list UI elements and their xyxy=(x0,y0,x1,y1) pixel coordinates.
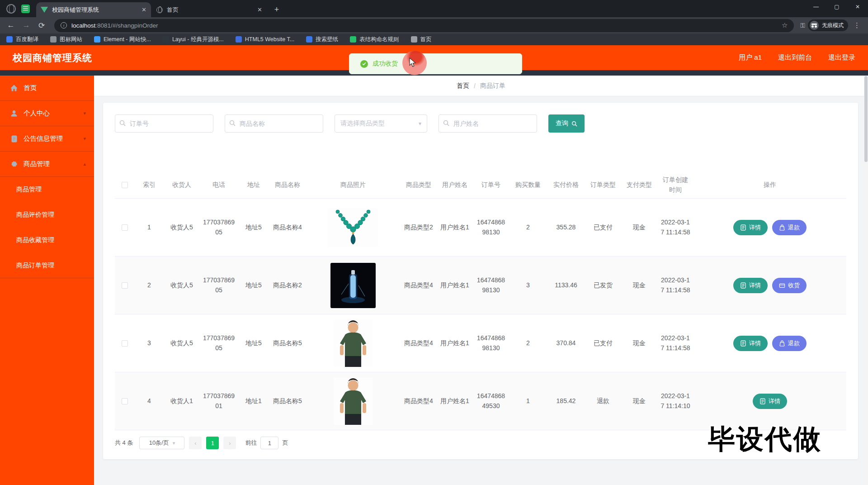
chevron-down-icon: ▾ xyxy=(419,120,421,127)
address-bar[interactable]: i localhost:8081/#/shangpinOrder ☆ xyxy=(54,19,794,32)
new-tab-button[interactable]: + xyxy=(270,3,283,16)
bookmark-label: 搜索壁纸 xyxy=(316,36,338,43)
bookmark-item[interactable]: Layui - 经典开源模... xyxy=(163,36,224,43)
bookmark-label: 首页 xyxy=(420,36,432,43)
tab-shop-admin[interactable]: 校园商铺管理系统 ✕ xyxy=(36,2,151,17)
tab-title: 校园商铺管理系统 xyxy=(52,6,137,14)
bookmark-item[interactable]: HTML5 Website T... xyxy=(236,36,294,43)
bookmark-label: Element - 网站快... xyxy=(104,36,151,43)
bookmark-label: 百度翻译 xyxy=(16,36,38,43)
user-name-field[interactable] xyxy=(439,114,537,133)
sidebar-subitem-product-favorite-management[interactable]: 商品收藏管理 xyxy=(0,228,94,253)
home-favicon xyxy=(411,36,417,43)
info-icon[interactable]: i xyxy=(61,22,67,29)
cell-address: 地址5 xyxy=(238,314,269,372)
row-checkbox[interactable] xyxy=(122,398,128,404)
scrollbar-thumb[interactable] xyxy=(864,76,868,162)
sidebar-subitem-product-management[interactable]: 商品管理 xyxy=(0,177,94,202)
tab-close-icon[interactable]: ✕ xyxy=(142,6,146,13)
prev-page-button[interactable]: ‹ xyxy=(189,437,202,449)
column-header: 订单号 xyxy=(473,171,509,198)
refund-button[interactable]: 退款 xyxy=(772,336,807,351)
product-type-select[interactable]: 请选择商品类型 ▾ xyxy=(335,114,427,133)
card-icon xyxy=(779,282,785,289)
cell-type: 商品类型4 xyxy=(401,314,437,372)
content-card: 请选择商品类型 ▾ 查询 索引收货人电话地址商品名称商品照片商品类型用户姓名订单… xyxy=(103,103,858,459)
page-size-select[interactable]: 10条/页 ▾ xyxy=(139,437,184,449)
bookmark-item[interactable]: 搜索壁纸 xyxy=(306,36,338,43)
detail-button[interactable]: 详情 xyxy=(733,278,768,293)
bookmark-item[interactable]: Element - 网站快... xyxy=(94,36,151,43)
back-icon[interactable]: ← xyxy=(5,19,17,32)
sidebar-item-product-management[interactable]: 商品管理 ▴ xyxy=(0,152,94,177)
scrollbar[interactable] xyxy=(864,76,868,485)
checkbox-cell xyxy=(115,257,135,314)
detail-button[interactable]: 详情 xyxy=(753,394,787,409)
tab-home[interactable]: 首页 ✕ xyxy=(152,2,267,17)
wallpaper-favicon xyxy=(306,36,312,43)
row-checkbox[interactable] xyxy=(122,340,128,347)
receive-button[interactable]: 收货 xyxy=(772,278,807,293)
maximize-button[interactable]: ▢ xyxy=(826,0,847,14)
user-name-input[interactable] xyxy=(439,114,537,133)
bookmark-item[interactable]: 表结构命名规则 xyxy=(350,36,399,43)
cell-consignee: 收货人5 xyxy=(164,314,200,372)
search-button[interactable]: 查询 xyxy=(548,114,585,133)
key-icon[interactable]: ⚿ xyxy=(800,22,805,29)
sidebar-subitem-product-order-management[interactable]: 商品订单管理 xyxy=(0,253,94,278)
next-page-button[interactable]: › xyxy=(223,437,236,449)
browser-menu-icon[interactable]: ⋮ xyxy=(851,21,863,29)
sidebar-item-personal-center[interactable]: 个人中心 ▾ xyxy=(0,101,94,126)
refund-button[interactable]: 退款 xyxy=(772,220,807,235)
breadcrumb-home[interactable]: 首页 xyxy=(457,82,469,90)
row-checkbox[interactable] xyxy=(122,282,128,289)
app-title: 校园商铺管理系统 xyxy=(13,52,92,64)
product-photo-necklace xyxy=(328,208,378,247)
pagination-total: 共 4 条 xyxy=(115,439,133,447)
detail-button[interactable]: 详情 xyxy=(733,220,768,235)
tab-close-icon[interactable]: ✕ xyxy=(257,6,262,13)
column-header: 地址 xyxy=(238,171,269,198)
sidebar-item-notice-management[interactable]: 公告信息管理 ▾ xyxy=(0,126,94,152)
sidebar-subitem-product-review-management[interactable]: 商品评价管理 xyxy=(0,202,94,228)
cell-address: 地址5 xyxy=(238,199,269,256)
search-icon xyxy=(229,120,236,128)
bookmark-star-icon[interactable]: ☆ xyxy=(782,21,788,29)
page-1-button[interactable]: 1 xyxy=(206,437,219,449)
order-no-field[interactable] xyxy=(115,114,213,133)
logout-link[interactable]: 退出登录 xyxy=(828,53,855,62)
incognito-badge[interactable]: 无痕模式 xyxy=(808,19,848,31)
reload-icon[interactable]: ⟳ xyxy=(35,19,48,32)
product-name-input[interactable] xyxy=(225,114,323,133)
bookmark-item[interactable]: 图标网站 xyxy=(50,36,82,43)
forward-icon[interactable]: → xyxy=(20,19,33,32)
minimize-button[interactable]: — xyxy=(806,0,826,14)
order-no-input[interactable] xyxy=(115,114,213,133)
bookmark-item[interactable]: 百度翻译 xyxy=(6,36,38,43)
product-name-field[interactable] xyxy=(225,114,323,133)
goto-page-input[interactable] xyxy=(260,437,278,449)
close-button[interactable]: ✕ xyxy=(847,0,868,14)
breadcrumb-separator: / xyxy=(474,82,476,90)
column-header: 商品名称 xyxy=(269,171,306,198)
exit-to-front-link[interactable]: 退出到前台 xyxy=(778,53,812,62)
cell-phone: 17703786901 xyxy=(200,372,238,430)
bookmarks-bar: 百度翻译 图标网站 Element - 网站快... Layui - 经典开源模… xyxy=(0,33,868,45)
table-row: 2收货人517703786905地址5商品名称2 商品类型4用户姓名116474… xyxy=(115,257,846,314)
cell-phone: 17703786905 xyxy=(200,199,238,256)
cell-order_type: 退款 xyxy=(585,372,621,430)
goto-label: 前往 xyxy=(245,439,257,447)
detail-button[interactable]: 详情 xyxy=(733,336,768,351)
header-user-link[interactable]: 用户 a1 xyxy=(739,53,762,62)
cell-order_no: 1647486898130 xyxy=(473,257,509,314)
row-checkbox[interactable] xyxy=(122,224,128,231)
browser-logo-icon xyxy=(6,4,16,14)
sidebar-item-home[interactable]: 首页 xyxy=(0,76,94,101)
cell-order_type: 已发货 xyxy=(585,257,621,314)
checkbox-cell xyxy=(115,199,135,256)
row-checkbox[interactable] xyxy=(122,182,128,188)
cell-phone: 17703786905 xyxy=(200,314,238,372)
globe-favicon xyxy=(156,7,163,13)
bookmark-item[interactable]: 首页 xyxy=(411,36,432,43)
success-check-icon xyxy=(360,60,368,68)
